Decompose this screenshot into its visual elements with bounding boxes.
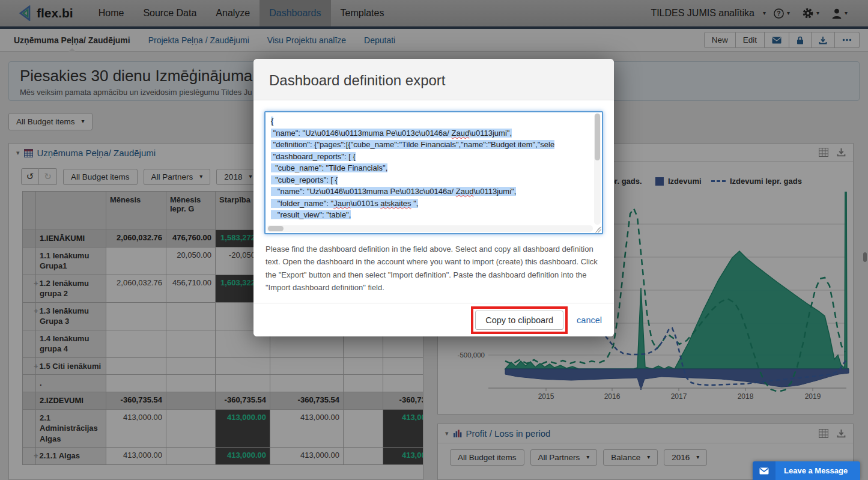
leave-message-button[interactable]: Leave a Message [753, 461, 860, 480]
code-line: "folder_name": "Jaun\u0101s atskaites ", [271, 198, 590, 210]
modal-body: { "name": "Uz\u0146\u0113muma Pe\u013c\u… [253, 100, 614, 294]
scrollbar-thumb[interactable] [595, 114, 600, 160]
code-line: "dashboard_reports": [ { [271, 151, 590, 163]
modal-title: Dashboard definition export [269, 72, 598, 89]
chat-label: Leave a Message [784, 466, 848, 475]
vertical-scrollbar[interactable] [594, 114, 601, 225]
code-line: "name": "Uz\u0146\u0113muma Pe\u013c\u01… [271, 127, 590, 139]
annotation-highlight: Copy to clipboard [471, 306, 568, 334]
modal-help-text: Please find the dashboard definition in … [266, 243, 602, 294]
modal-header: Dashboard definition export [253, 59, 614, 100]
code-line: "name": "Uz\u0146\u0113muma Pe\u013c\u01… [271, 186, 590, 198]
horizontal-scrollbar[interactable] [267, 225, 593, 232]
export-modal: Dashboard definition export { "name": "U… [253, 59, 614, 336]
page: flex.bi Home Source Data Analyze Dashboa… [0, 0, 868, 480]
resize-grip[interactable] [595, 226, 601, 232]
definition-code: { "name": "Uz\u0146\u0113muma Pe\u013c\u… [266, 112, 602, 224]
definition-textarea[interactable]: { "name": "Uz\u0146\u0113muma Pe\u013c\u… [264, 111, 603, 234]
scrollbar-thumb[interactable] [268, 226, 284, 231]
copy-to-clipboard-button[interactable]: Copy to clipboard [475, 311, 563, 330]
chat-envelope-icon [753, 461, 775, 480]
code-line: "result_view": "table", [271, 209, 590, 221]
code-line: "cube_reports": [ { [271, 174, 590, 186]
code-line: "definition": {"pages":[{"cube_name":"Ti… [271, 139, 590, 151]
code-line: { [271, 115, 590, 127]
modal-footer: Copy to clipboard cancel [253, 303, 614, 336]
cancel-link[interactable]: cancel [577, 315, 602, 325]
code-line: "cube_name": "Tilde Financials", [271, 162, 590, 174]
